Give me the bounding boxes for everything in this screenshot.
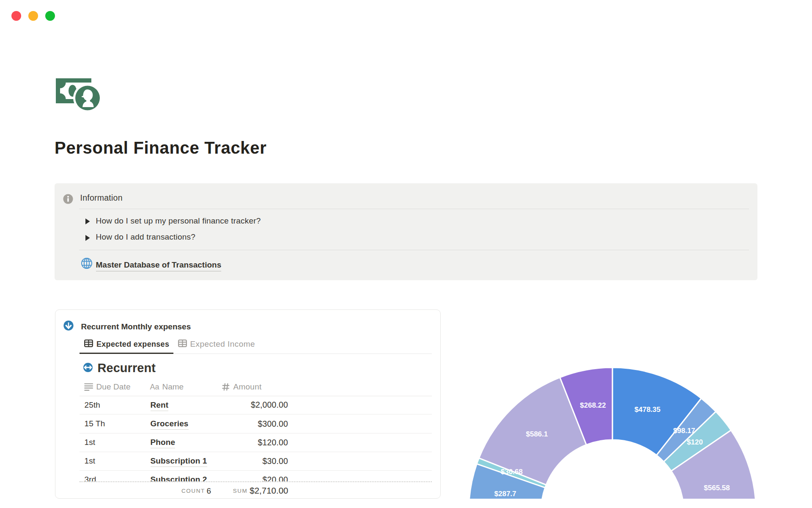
svg-text:$586.1: $586.1	[526, 430, 548, 438]
svg-text:$120: $120	[687, 438, 703, 446]
svg-text:$268.22: $268.22	[580, 401, 606, 409]
svg-text:$565.58: $565.58	[704, 484, 730, 492]
svg-text:$98.17: $98.17	[673, 427, 695, 435]
svg-text:$287.7: $287.7	[494, 490, 516, 498]
svg-text:$30.68: $30.68	[501, 468, 523, 476]
svg-text:$478.35: $478.35	[634, 406, 660, 414]
